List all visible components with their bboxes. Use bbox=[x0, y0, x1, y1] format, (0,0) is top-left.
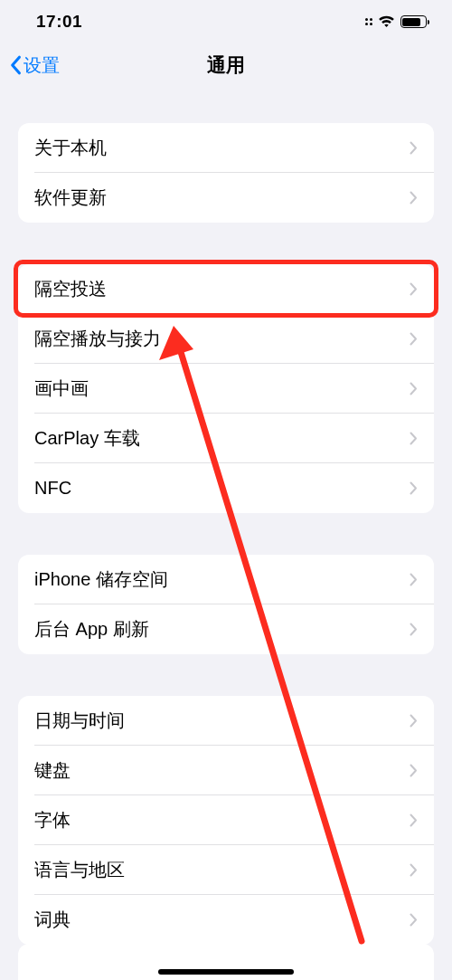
row-label: 画中画 bbox=[34, 376, 89, 401]
settings-group-storage: iPhone 储存空间 后台 App 刷新 bbox=[18, 555, 434, 654]
row-label: 关于本机 bbox=[34, 136, 107, 160]
status-time: 17:01 bbox=[36, 12, 82, 32]
row-label: 隔空播放与接力 bbox=[34, 327, 161, 351]
settings-group-cutoff bbox=[18, 944, 434, 980]
chevron-right-icon bbox=[410, 573, 418, 586]
row-label: 词典 bbox=[34, 908, 71, 932]
nav-bar: 设置 通用 bbox=[0, 43, 452, 87]
chevron-left-icon bbox=[9, 55, 22, 75]
back-label: 设置 bbox=[24, 53, 60, 78]
row-airplay-handoff[interactable]: 隔空播放与接力 bbox=[18, 314, 434, 364]
chevron-right-icon bbox=[410, 764, 418, 777]
row-about[interactable]: 关于本机 bbox=[18, 123, 434, 173]
chevron-right-icon bbox=[410, 481, 418, 495]
chevron-right-icon bbox=[410, 191, 418, 205]
status-icons bbox=[365, 15, 428, 28]
row-software-update[interactable]: 软件更新 bbox=[18, 173, 434, 223]
status-bar: 17:01 bbox=[0, 0, 452, 43]
row-label: NFC bbox=[34, 478, 71, 499]
row-keyboard[interactable]: 键盘 bbox=[18, 746, 434, 795]
row-background-refresh[interactable]: 后台 App 刷新 bbox=[18, 604, 434, 654]
signal-icon bbox=[365, 18, 373, 26]
row-label: 后台 App 刷新 bbox=[34, 617, 149, 642]
chevron-right-icon bbox=[410, 141, 418, 155]
wifi-icon bbox=[378, 15, 395, 28]
home-indicator bbox=[158, 969, 294, 975]
row-label: 日期与时间 bbox=[34, 709, 125, 733]
row-label: 字体 bbox=[34, 808, 71, 833]
row-carplay[interactable]: CarPlay 车载 bbox=[18, 414, 434, 463]
row-date-time[interactable]: 日期与时间 bbox=[18, 696, 434, 746]
chevron-right-icon bbox=[410, 623, 418, 636]
row-label: CarPlay 车载 bbox=[34, 426, 140, 451]
chevron-right-icon bbox=[410, 813, 418, 827]
chevron-right-icon bbox=[410, 432, 418, 445]
page-title: 通用 bbox=[207, 52, 245, 78]
chevron-right-icon bbox=[410, 382, 418, 395]
chevron-right-icon bbox=[410, 714, 418, 728]
chevron-right-icon bbox=[410, 282, 418, 296]
settings-group-datetime: 日期与时间 键盘 字体 语言与地区 词典 bbox=[18, 696, 434, 945]
row-airdrop[interactable]: 隔空投送 bbox=[18, 264, 434, 314]
row-storage[interactable]: iPhone 储存空间 bbox=[18, 555, 434, 604]
chevron-right-icon bbox=[410, 332, 418, 346]
settings-group-airdrop: 隔空投送 隔空播放与接力 画中画 CarPlay 车载 NFC bbox=[18, 264, 434, 513]
settings-group-about: 关于本机 软件更新 bbox=[18, 123, 434, 223]
row-label: 软件更新 bbox=[34, 186, 107, 210]
row-label: 隔空投送 bbox=[34, 277, 107, 301]
row-language-region[interactable]: 语言与地区 bbox=[18, 845, 434, 895]
chevron-right-icon bbox=[410, 913, 418, 927]
row-nfc[interactable]: NFC bbox=[18, 463, 434, 513]
row-label: iPhone 储存空间 bbox=[34, 567, 168, 592]
row-pip[interactable]: 画中画 bbox=[18, 364, 434, 414]
row-dictionary[interactable]: 词典 bbox=[18, 895, 434, 945]
chevron-right-icon bbox=[410, 863, 418, 877]
row-label: 键盘 bbox=[34, 758, 71, 783]
row-label: 语言与地区 bbox=[34, 858, 125, 882]
battery-icon bbox=[400, 15, 427, 28]
row-fonts[interactable]: 字体 bbox=[18, 795, 434, 845]
back-button[interactable]: 设置 bbox=[9, 53, 60, 78]
